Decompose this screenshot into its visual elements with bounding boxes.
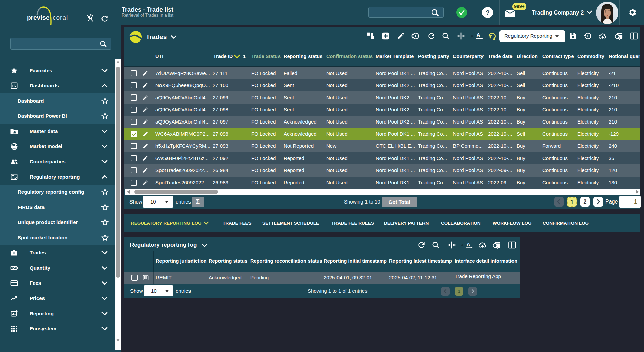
svg-text:A: A xyxy=(467,242,470,247)
svg-text:A: A xyxy=(471,34,474,39)
svg-text:A: A xyxy=(461,243,464,247)
svg-text:?: ? xyxy=(486,9,490,16)
svg-text:A: A xyxy=(476,32,480,38)
